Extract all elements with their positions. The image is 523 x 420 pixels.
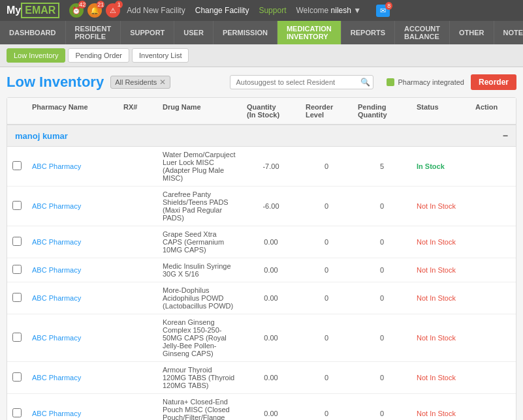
row-checkbox-6[interactable] [7, 372, 27, 383]
row-checkbox-2[interactable] [7, 237, 27, 247]
sub-nav: Low InventoryPending OrderInventory List [0, 44, 523, 67]
row-checkbox-7[interactable] [7, 408, 27, 419]
row-reorder-1: 0 [300, 202, 353, 210]
table-row: ABC Pharmacy More-Dophilus Acidophilus P… [7, 282, 516, 314]
bell-icon[interactable]: 🔔 21 [87, 3, 102, 18]
row-status-7: Not In Stock [411, 410, 470, 417]
logo: My EMAR [7, 3, 59, 18]
table-container: Pharmacy NameRX#Drug NameQuantity(In Sto… [7, 97, 516, 420]
page-content: Low Inventory All Residents ✕ 🔍 Pharmacy… [0, 67, 523, 420]
row-pending-4: 0 [353, 294, 411, 302]
row-pharmacy-0[interactable]: ABC Pharmacy [27, 162, 118, 170]
sub-tab-inventory-list[interactable]: Inventory List [132, 48, 189, 63]
row-qty-6: 0.00 [242, 374, 300, 382]
checkbox-3[interactable] [12, 265, 22, 274]
row-reorder-0: 0 [300, 162, 353, 170]
th-0 [7, 103, 27, 119]
page-title: Low Inventory [7, 74, 104, 91]
row-reorder-2: 0 [300, 238, 353, 246]
row-pharmacy-2[interactable]: ABC Pharmacy [27, 238, 118, 246]
row-drug-4: More-Dophilus Acidophilus POWD (Lactobac… [157, 286, 242, 310]
th-1: Pharmacy Name [27, 103, 118, 119]
nav-item-medication-inventory[interactable]: MEDICATION INVENTORY [277, 21, 341, 44]
change-facility-link[interactable]: Change Facility [195, 6, 249, 15]
manoj-rows: ABC Pharmacy Water Demo/Carpuject Luer L… [7, 147, 516, 420]
checkbox-6[interactable] [12, 372, 22, 382]
filter-tag-remove[interactable]: ✕ [159, 78, 166, 87]
checkbox-7[interactable] [12, 408, 22, 417]
row-checkbox-4[interactable] [7, 293, 27, 303]
row-status-0: In Stock [411, 162, 470, 170]
th-3: Drug Name [157, 103, 242, 119]
row-pending-3: 0 [353, 266, 411, 274]
row-status-6: Not In Stock [411, 374, 470, 382]
clock-icon[interactable]: ⏰ 42 [69, 3, 84, 18]
row-pharmacy-1[interactable]: ABC Pharmacy [27, 202, 118, 210]
row-pending-2: 0 [353, 238, 411, 246]
search-icon[interactable]: 🔍 [360, 78, 370, 87]
top-bar: My EMAR ⏰ 42 🔔 21 ⚠ 1 Add New Facility C… [0, 0, 523, 21]
nav-item-reports[interactable]: REPORTS [341, 21, 395, 44]
search-box: 🔍 [230, 75, 373, 89]
checkbox-5[interactable] [12, 333, 22, 342]
group-section-manoj: manoj kumar − ABC Pharmacy Water Demo/Ca… [7, 125, 516, 420]
bell-badge: 21 [97, 1, 104, 8]
row-status-1: Not In Stock [411, 202, 470, 210]
envelope-icon[interactable]: ✉ 8 [376, 5, 390, 17]
add-facility-link[interactable]: Add New Facility [127, 6, 185, 15]
group-toggle-manoj[interactable]: − [503, 130, 508, 141]
table-row: ABC Pharmacy Korean Ginseng Complex 150-… [7, 314, 516, 362]
nav-item-resident-profile[interactable]: RESIDENT PROFILE [66, 21, 121, 44]
nav-bar: DASHBOARDRESIDENT PROFILESUPPORTUSERPERM… [0, 21, 523, 44]
group-header-manoj[interactable]: manoj kumar − [7, 125, 516, 147]
clock-badge: 42 [78, 1, 86, 8]
row-reorder-7: 0 [300, 410, 353, 417]
row-reorder-4: 0 [300, 294, 353, 302]
th-8: Action [470, 103, 516, 119]
checkbox-1[interactable] [12, 201, 22, 210]
nav-item-user[interactable]: USER [174, 21, 214, 44]
row-checkbox-1[interactable] [7, 201, 27, 211]
filter-tag: All Residents ✕ [110, 76, 170, 89]
th-5: Reorder Level [300, 103, 353, 119]
th-7: Status [411, 103, 470, 119]
row-pharmacy-7[interactable]: ABC Pharmacy [27, 410, 118, 417]
row-pharmacy-5[interactable]: ABC Pharmacy [27, 334, 118, 342]
th-6: PendingQuantity [353, 103, 411, 119]
row-drug-3: Medic Insulin Syringe 30G X 5/16 [157, 262, 242, 278]
nav-item-support[interactable]: SUPPORT [121, 21, 174, 44]
row-reorder-3: 0 [300, 266, 353, 274]
row-checkbox-3[interactable] [7, 265, 27, 275]
checkbox-4[interactable] [12, 293, 22, 302]
row-checkbox-5[interactable] [7, 333, 27, 343]
checkbox-0[interactable] [12, 161, 22, 170]
row-pharmacy-4[interactable]: ABC Pharmacy [27, 294, 118, 302]
row-checkbox-0[interactable] [7, 161, 27, 172]
search-input[interactable] [230, 75, 373, 89]
sub-tab-pending-order[interactable]: Pending Order [68, 48, 129, 63]
row-pharmacy-6[interactable]: ABC Pharmacy [27, 374, 118, 382]
alert-icon[interactable]: ⚠ 1 [106, 3, 120, 18]
group-name-manoj: manoj kumar [15, 131, 68, 141]
row-status-2: Not In Stock [411, 238, 470, 246]
nav-item-permission[interactable]: PERMISSION [214, 21, 277, 44]
nav-item-other[interactable]: OTHER [450, 21, 494, 44]
row-qty-4: 0.00 [242, 294, 300, 302]
pharmacy-badge: Pharmacy integrated [387, 78, 464, 86]
nav-item-notes[interactable]: Notes [494, 21, 524, 44]
row-pending-7: 0 [353, 410, 411, 417]
row-pharmacy-3[interactable]: ABC Pharmacy [27, 266, 118, 274]
row-reorder-6: 0 [300, 374, 353, 382]
table-header: Pharmacy NameRX#Drug NameQuantity(In Sto… [7, 98, 516, 125]
row-drug-1: Carefree Panty Shields/Teens PADS (Maxi … [157, 190, 242, 222]
top-links: Add New Facility Change Facility Support… [127, 5, 516, 17]
nav-item-account-balance[interactable]: ACCOUNT BALANCE [395, 21, 450, 44]
row-drug-7: Natura+ Closed-End Pouch MISC (Closed Po… [157, 398, 242, 420]
top-icons: ⏰ 42 🔔 21 ⚠ 1 [69, 3, 120, 18]
support-link[interactable]: Support [259, 6, 286, 15]
nav-item-dashboard[interactable]: DASHBOARD [0, 21, 66, 44]
sub-tab-low-inventory[interactable]: Low Inventory [7, 48, 65, 63]
checkbox-2[interactable] [12, 237, 22, 246]
th-2: RX# [118, 103, 157, 119]
reorder-button[interactable]: Reorder [471, 74, 516, 90]
